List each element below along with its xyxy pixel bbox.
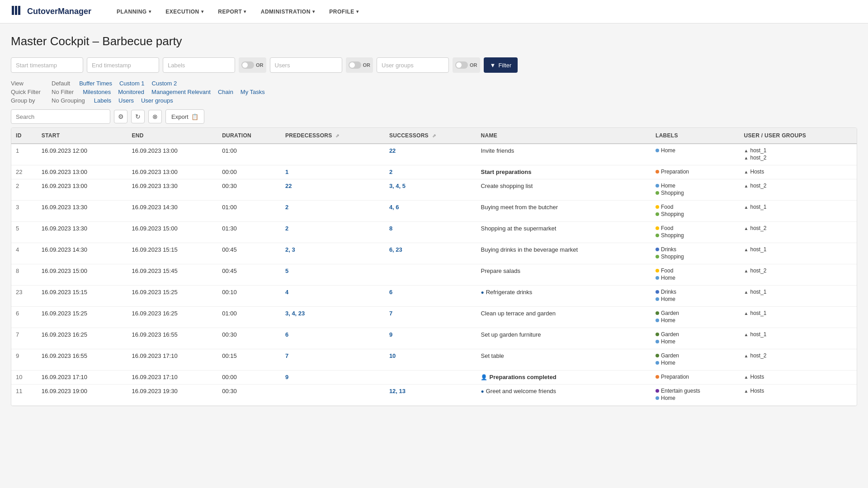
toggle-switch-3[interactable] (455, 61, 468, 69)
cell-successors[interactable]: 10 (385, 349, 476, 371)
cell-end: 16.09.2023 13:00 (127, 144, 217, 165)
search-input[interactable] (11, 109, 110, 124)
successors-link[interactable]: 6 (389, 289, 392, 296)
predecessors-link[interactable]: 7 (285, 352, 288, 359)
user-icon: ▲ (744, 268, 749, 273)
successors-link[interactable]: 4, 6 (389, 204, 399, 211)
nav-profile[interactable]: PROFILE ▾ (322, 0, 366, 23)
successors-link[interactable]: 12, 13 (389, 388, 406, 394)
filter-button[interactable]: ▼ Filter (484, 57, 518, 73)
nav-administration[interactable]: ADMINISTRATION ▾ (254, 0, 322, 23)
cell-duration: 01:30 (217, 222, 281, 243)
cell-successors[interactable]: 6 (385, 286, 476, 307)
successors-link[interactable]: 10 (389, 352, 396, 359)
cell-predecessors[interactable] (281, 144, 385, 165)
refresh-icon[interactable]: ↻ (131, 110, 145, 123)
users-input[interactable] (270, 57, 342, 73)
cell-labels: Preparation (651, 165, 740, 179)
end-timestamp-input[interactable] (87, 57, 159, 73)
qf-chain[interactable]: Chain (218, 89, 233, 95)
cell-predecessors[interactable]: 5 (281, 264, 385, 286)
cell-successors[interactable]: 7 (385, 307, 476, 328)
filter-clear-icon[interactable]: ⊗ (148, 110, 162, 123)
toggle-switch-2[interactable] (349, 61, 361, 69)
cell-successors[interactable]: 3, 4, 5 (385, 179, 476, 201)
cell-predecessors[interactable] (281, 385, 385, 406)
cell-successors[interactable] (385, 264, 476, 286)
cell-predecessors[interactable]: 7 (281, 349, 385, 371)
cell-successors[interactable]: 2 (385, 165, 476, 179)
cell-successors[interactable]: 12, 13 (385, 385, 476, 406)
cell-successors[interactable]: 22 (385, 144, 476, 165)
cell-start: 16.09.2023 15:25 (37, 307, 127, 328)
nav-report[interactable]: REPORT ▾ (211, 0, 254, 23)
cell-successors[interactable]: 8 (385, 222, 476, 243)
view-link-custom2[interactable]: Custom 2 (152, 80, 177, 87)
or-toggle-2[interactable]: OR (346, 57, 373, 73)
cell-successors[interactable]: 6, 23 (385, 243, 476, 264)
cell-predecessors[interactable]: 3, 4, 23 (281, 307, 385, 328)
cell-predecessors[interactable]: 1 (281, 165, 385, 179)
start-timestamp-input[interactable] (11, 57, 83, 73)
user-groups-input[interactable] (377, 57, 449, 73)
cell-id: 11 (11, 385, 37, 406)
nav-planning[interactable]: PLANNING ▾ (109, 0, 158, 23)
cell-predecessors[interactable]: 6 (281, 328, 385, 349)
labels-input[interactable] (163, 57, 235, 73)
successors-link[interactable]: 6, 23 (389, 246, 402, 253)
label-text: Home (661, 296, 675, 302)
col-id: ID (11, 128, 37, 144)
or-toggle-3[interactable]: OR (453, 57, 480, 73)
predecessors-link[interactable]: 2 (285, 225, 288, 232)
label-item: Home (656, 360, 735, 366)
nav-execution[interactable]: EXECUTION ▾ (158, 0, 211, 23)
cell-predecessors[interactable]: 2 (281, 201, 385, 222)
predecessors-link[interactable]: 4 (285, 289, 288, 296)
user-text: host_2 (750, 183, 766, 189)
predecessors-link[interactable]: 3, 4, 23 (285, 310, 305, 317)
predecessors-link[interactable]: 22 (285, 183, 292, 189)
toggle-switch-1[interactable] (241, 61, 254, 69)
cell-predecessors[interactable]: 9 (281, 371, 385, 385)
qf-monitored[interactable]: Monitored (118, 89, 144, 95)
gb-user-groups[interactable]: User groups (141, 97, 173, 104)
predecessors-link[interactable]: 6 (285, 331, 288, 338)
predecessors-link[interactable]: 1 (285, 169, 288, 175)
qf-milestones[interactable]: Milestones (83, 89, 111, 95)
gb-users[interactable]: Users (118, 97, 134, 104)
settings-icon[interactable]: ⚙ (114, 110, 127, 123)
cell-predecessors[interactable]: 22 (281, 179, 385, 201)
cell-successors[interactable]: 4, 6 (385, 201, 476, 222)
predecessors-link[interactable]: 5 (285, 267, 288, 274)
cell-duration: 00:45 (217, 243, 281, 264)
planning-caret-icon: ▾ (149, 9, 151, 14)
cell-labels: Preparation (651, 371, 740, 385)
label-dot (656, 212, 659, 216)
qf-management-relevant[interactable]: Management Relevant (151, 89, 211, 95)
label-dot (656, 191, 659, 195)
view-link-custom1[interactable]: Custom 1 (119, 80, 145, 87)
predecessors-link[interactable]: 2 (285, 204, 288, 211)
cell-predecessors[interactable]: 4 (281, 286, 385, 307)
gb-labels[interactable]: Labels (94, 97, 111, 104)
qf-my-tasks[interactable]: My Tasks (241, 89, 265, 95)
cell-predecessors[interactable]: 2, 3 (281, 243, 385, 264)
label-dot (656, 311, 659, 315)
successors-link[interactable]: 8 (389, 225, 392, 232)
predecessors-link[interactable]: 2, 3 (285, 246, 295, 253)
successors-link[interactable]: 22 (389, 147, 396, 154)
label-dot (656, 354, 659, 357)
successors-link[interactable]: 3, 4, 5 (389, 183, 406, 189)
successors-link[interactable]: 2 (389, 169, 392, 175)
successors-link[interactable]: 7 (389, 310, 392, 317)
or-toggle-1[interactable]: OR (239, 57, 266, 73)
export-label: Export (171, 113, 189, 120)
cell-successors[interactable]: 9 (385, 328, 476, 349)
successors-link[interactable]: 9 (389, 331, 392, 338)
predecessors-link[interactable]: 9 (285, 374, 288, 380)
cell-successors[interactable] (385, 371, 476, 385)
cell-users: ▲host_1 (740, 243, 857, 264)
view-link-buffer-times[interactable]: Buffer Times (79, 80, 112, 87)
export-button[interactable]: Export 📋 (165, 109, 204, 124)
cell-predecessors[interactable]: 2 (281, 222, 385, 243)
